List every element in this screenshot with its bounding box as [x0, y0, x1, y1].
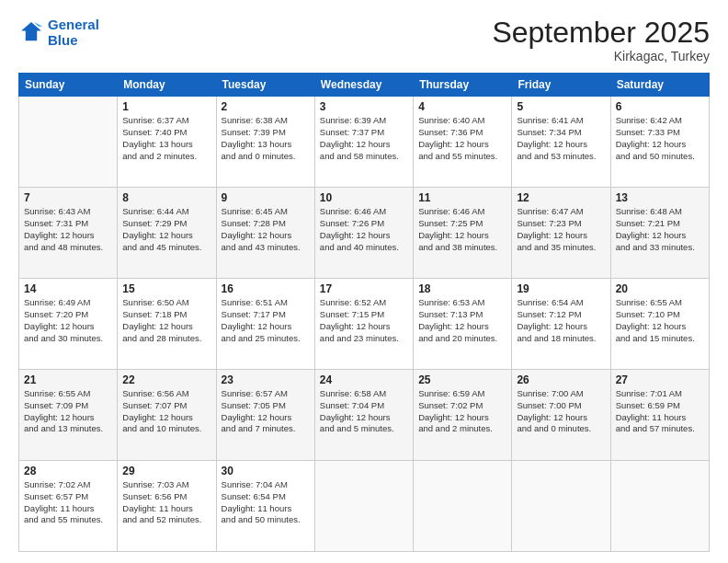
sunset-text: Sunset: 7:25 PM [418, 218, 506, 230]
sunset-text: Sunset: 7:21 PM [616, 218, 704, 230]
sunrise-text: Sunrise: 6:52 AM [320, 297, 408, 309]
calendar-cell: 28Sunrise: 7:02 AMSunset: 6:57 PMDayligh… [19, 461, 118, 552]
sunset-text: Sunset: 6:57 PM [24, 491, 112, 503]
daylight-text: Daylight: 12 hours [517, 230, 605, 242]
calendar-cell: 13Sunrise: 6:48 AMSunset: 7:21 PMDayligh… [610, 188, 709, 279]
calendar-cell: 30Sunrise: 7:04 AMSunset: 6:54 PMDayligh… [216, 461, 314, 552]
day-number: 28 [24, 465, 112, 477]
day-number: 6 [616, 100, 704, 113]
daylight-text-2: and and 10 minutes. [122, 423, 210, 435]
sunrise-text: Sunrise: 7:03 AM [122, 479, 210, 491]
daylight-text: Daylight: 11 hours [122, 503, 210, 515]
header-row: SundayMondayTuesdayWednesdayThursdayFrid… [19, 74, 710, 97]
calendar-cell: 3Sunrise: 6:39 AMSunset: 7:37 PMDaylight… [314, 97, 413, 188]
daylight-text: Daylight: 12 hours [320, 230, 408, 242]
logo-icon [18, 19, 44, 45]
daylight-text: Daylight: 12 hours [122, 412, 210, 424]
daylight-text: Daylight: 12 hours [418, 139, 506, 151]
sunset-text: Sunset: 7:39 PM [222, 127, 310, 139]
sunrise-text: Sunrise: 6:48 AM [616, 206, 704, 218]
daylight-text-2: and and 45 minutes. [122, 242, 210, 254]
week-row-5: 28Sunrise: 7:02 AMSunset: 6:57 PMDayligh… [19, 461, 710, 552]
calendar-cell: 20Sunrise: 6:55 AMSunset: 7:10 PMDayligh… [610, 279, 709, 370]
day-number: 7 [24, 191, 112, 204]
daylight-text-2: and and 23 minutes. [320, 333, 408, 345]
day-number: 29 [122, 465, 210, 477]
daylight-text-2: and and 57 minutes. [616, 423, 704, 435]
daylight-text: Daylight: 12 hours [222, 321, 310, 333]
calendar-cell: 29Sunrise: 7:03 AMSunset: 6:56 PMDayligh… [118, 461, 216, 552]
sunset-text: Sunset: 7:18 PM [122, 309, 210, 321]
sunset-text: Sunset: 6:56 PM [122, 491, 210, 503]
sunrise-text: Sunrise: 6:40 AM [418, 115, 506, 127]
day-number: 2 [222, 100, 310, 113]
daylight-text-2: and and 13 minutes. [24, 423, 112, 435]
sunset-text: Sunset: 7:31 PM [24, 218, 112, 230]
daylight-text: Daylight: 12 hours [517, 139, 605, 151]
daylight-text-2: and and 55 minutes. [24, 514, 112, 526]
sunset-text: Sunset: 7:04 PM [320, 400, 408, 412]
sunrise-text: Sunrise: 6:45 AM [222, 206, 310, 218]
sunrise-text: Sunrise: 6:58 AM [320, 388, 408, 400]
col-header-saturday: Saturday [610, 74, 709, 97]
sunset-text: Sunset: 7:02 PM [418, 400, 506, 412]
calendar-cell: 23Sunrise: 6:57 AMSunset: 7:05 PMDayligh… [216, 370, 314, 461]
daylight-text: Daylight: 12 hours [222, 412, 310, 424]
col-header-monday: Monday [118, 74, 216, 97]
day-number: 24 [320, 373, 408, 386]
col-header-thursday: Thursday [414, 74, 512, 97]
day-number: 30 [222, 465, 310, 477]
calendar-cell: 12Sunrise: 6:47 AMSunset: 7:23 PMDayligh… [512, 188, 610, 279]
sunset-text: Sunset: 7:13 PM [418, 309, 506, 321]
day-number: 13 [616, 191, 704, 204]
sunset-text: Sunset: 7:05 PM [222, 400, 310, 412]
calendar-cell [414, 461, 512, 552]
month-title: September 2025 [492, 17, 710, 49]
calendar-cell: 4Sunrise: 6:40 AMSunset: 7:36 PMDaylight… [414, 97, 512, 188]
logo-text: General Blue [48, 17, 99, 49]
week-row-4: 21Sunrise: 6:55 AMSunset: 7:09 PMDayligh… [19, 370, 710, 461]
daylight-text: Daylight: 12 hours [320, 321, 408, 333]
day-number: 27 [616, 373, 704, 386]
daylight-text-2: and and 50 minutes. [616, 151, 704, 163]
daylight-text: Daylight: 12 hours [616, 321, 704, 333]
sunset-text: Sunset: 7:34 PM [517, 127, 605, 139]
sunset-text: Sunset: 7:07 PM [122, 400, 210, 412]
day-number: 25 [418, 373, 506, 386]
daylight-text-2: and and 2 minutes. [122, 151, 210, 163]
daylight-text: Daylight: 12 hours [24, 412, 112, 424]
calendar-cell: 8Sunrise: 6:44 AMSunset: 7:29 PMDaylight… [118, 188, 216, 279]
sunset-text: Sunset: 7:23 PM [517, 218, 605, 230]
daylight-text: Daylight: 13 hours [222, 139, 310, 151]
sunset-text: Sunset: 7:37 PM [320, 127, 408, 139]
calendar-cell [512, 461, 610, 552]
sunset-text: Sunset: 7:12 PM [517, 309, 605, 321]
calendar-cell: 27Sunrise: 7:01 AMSunset: 6:59 PMDayligh… [610, 370, 709, 461]
sunrise-text: Sunrise: 7:00 AM [517, 388, 605, 400]
calendar-cell: 24Sunrise: 6:58 AMSunset: 7:04 PMDayligh… [314, 370, 413, 461]
day-number: 3 [320, 100, 408, 113]
daylight-text-2: and and 50 minutes. [222, 514, 310, 526]
day-number: 11 [418, 191, 506, 204]
sunrise-text: Sunrise: 6:38 AM [222, 115, 310, 127]
daylight-text-2: and and 58 minutes. [320, 151, 408, 163]
calendar-cell: 10Sunrise: 6:46 AMSunset: 7:26 PMDayligh… [314, 188, 413, 279]
daylight-text: Daylight: 12 hours [320, 412, 408, 424]
calendar-cell: 11Sunrise: 6:46 AMSunset: 7:25 PMDayligh… [414, 188, 512, 279]
sunset-text: Sunset: 7:17 PM [222, 309, 310, 321]
sunrise-text: Sunrise: 7:01 AM [616, 388, 704, 400]
sunrise-text: Sunrise: 6:39 AM [320, 115, 408, 127]
day-number: 15 [122, 282, 210, 295]
day-number: 12 [517, 191, 605, 204]
daylight-text: Daylight: 12 hours [122, 230, 210, 242]
daylight-text: Daylight: 12 hours [517, 412, 605, 424]
col-header-friday: Friday [512, 74, 610, 97]
sunrise-text: Sunrise: 6:42 AM [616, 115, 704, 127]
calendar-cell: 25Sunrise: 6:59 AMSunset: 7:02 PMDayligh… [414, 370, 512, 461]
daylight-text-2: and and 35 minutes. [517, 242, 605, 254]
daylight-text-2: and and 0 minutes. [222, 151, 310, 163]
day-number: 16 [222, 282, 310, 295]
day-number: 18 [418, 282, 506, 295]
daylight-text-2: and and 43 minutes. [222, 242, 310, 254]
day-number: 9 [222, 191, 310, 204]
